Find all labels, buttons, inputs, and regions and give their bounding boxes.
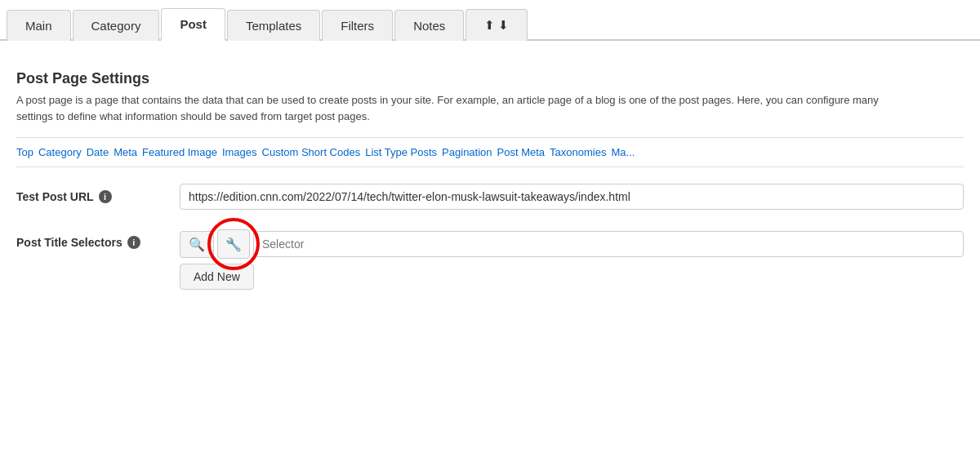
anchor-post-meta[interactable]: Post Meta — [497, 146, 546, 158]
anchor-pagination[interactable]: Pagination — [442, 146, 492, 158]
tab-templates[interactable]: Templates — [227, 10, 320, 41]
anchor-date[interactable]: Date — [87, 146, 109, 158]
anchor-more[interactable]: Ma... — [611, 146, 635, 158]
anchor-list-type-posts[interactable]: List Type Posts — [365, 146, 437, 158]
tab-notes[interactable]: Notes — [394, 10, 464, 41]
page-content: Post Page Settings A post page is a page… — [0, 41, 980, 290]
selector-input-row: 🔍 🔧 — [180, 229, 964, 259]
tab-post[interactable]: Post — [161, 8, 225, 41]
tab-main[interactable]: Main — [7, 10, 71, 41]
selector-text-input[interactable] — [253, 231, 964, 257]
anchor-images[interactable]: Images — [222, 146, 257, 158]
test-post-url-label: Test Post URL i — [16, 184, 180, 203]
anchor-category[interactable]: Category — [38, 146, 82, 158]
tab-filters[interactable]: Filters — [322, 10, 393, 41]
post-title-selectors-label: Post Title Selectors i — [16, 229, 180, 249]
wrench-icon: 🔧 — [225, 237, 242, 252]
anchor-top[interactable]: Top — [16, 146, 33, 158]
tab-category[interactable]: Category — [73, 10, 160, 41]
tab-import-export[interactable]: ⬆ ⬇ — [466, 9, 528, 41]
tabs-bar: Main Category Post Templates Filters Not… — [0, 0, 980, 41]
post-title-selectors-row: Post Title Selectors i 🔍 🔧 Add New — [16, 229, 964, 290]
search-icon: 🔍 — [189, 237, 205, 252]
section-description: A post page is a page that contains the … — [16, 92, 915, 124]
selector-wrench-button[interactable]: 🔧 — [217, 229, 250, 259]
test-post-url-input[interactable] — [180, 184, 964, 210]
anchor-featured-image[interactable]: Featured Image — [142, 146, 217, 158]
add-new-button[interactable]: Add New — [180, 264, 254, 290]
post-title-selectors-control: 🔍 🔧 Add New — [180, 229, 964, 290]
anchor-taxonomies[interactable]: Taxonomies — [550, 146, 606, 158]
post-title-selectors-info-icon[interactable]: i — [127, 236, 140, 249]
anchor-custom-short-codes[interactable]: Custom Short Codes — [262, 146, 361, 158]
test-post-url-control — [180, 184, 964, 210]
anchor-navigation: Top Category Date Meta Featured Image Im… — [16, 137, 964, 167]
wrench-highlight-overlay: 🔧 — [217, 229, 250, 259]
test-post-url-row: Test Post URL i — [16, 184, 964, 210]
selector-search-button[interactable]: 🔍 — [180, 231, 214, 258]
upload-icon: ⬆ — [484, 18, 495, 33]
section-title: Post Page Settings — [16, 70, 964, 87]
download-icon: ⬇ — [498, 18, 509, 33]
test-post-url-info-icon[interactable]: i — [99, 190, 112, 203]
anchor-meta[interactable]: Meta — [114, 146, 137, 158]
